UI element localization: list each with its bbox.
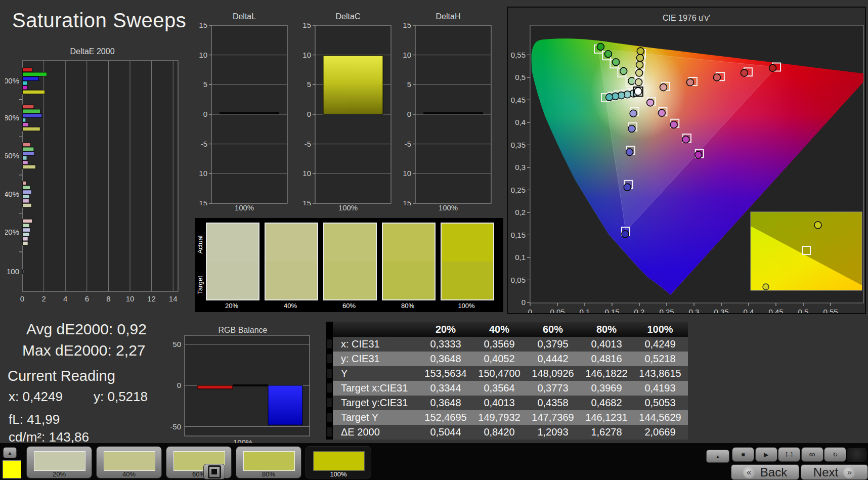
- deltae-group-label: 60%: [5, 151, 19, 160]
- deltae-group-label: 80%: [5, 113, 19, 122]
- cie-xtick-label: 0,4: [744, 308, 754, 313]
- cie-whitepoint-measured: [634, 88, 642, 95]
- patch-color-chip: [243, 451, 295, 471]
- table-gutter-cell: [326, 396, 333, 410]
- current-fl-value: fL: 41,99: [9, 412, 60, 427]
- cie-ytick-label: 0: [522, 298, 526, 307]
- table-header-empty: [333, 322, 419, 337]
- loop-button[interactable]: ∞: [801, 447, 823, 462]
- up-arrow-icon: ▲: [715, 454, 720, 459]
- swatch-target-color: [442, 261, 493, 299]
- swatch-80%: [382, 223, 436, 300]
- current-patch-color-indicator: [3, 460, 21, 478]
- table-gutter-cell: [326, 322, 333, 337]
- patch-button-label: 40%: [97, 470, 161, 478]
- table-row-label: x: CIE31: [333, 337, 419, 352]
- stop-pattern-button[interactable]: [203, 464, 225, 479]
- cie-inset-secondary-point: [763, 284, 769, 290]
- table-row-label: y: CIE31: [333, 352, 419, 366]
- table-gutter-cell: [326, 366, 333, 381]
- table-gutter-mark: [327, 369, 332, 378]
- swatch-label: 60%: [322, 302, 376, 310]
- table-gutter-mark: [327, 354, 332, 363]
- delta-zero-bar: [423, 112, 483, 114]
- swatch-actual-color: [324, 224, 376, 261]
- deltae-bar-green: [23, 109, 40, 113]
- calibration-app-window: Saturation Sweeps DeltaE 2000 0246810121…: [0, 0, 868, 480]
- table-value-cell: 0,4442: [526, 352, 580, 366]
- table-row: Target Y152,4695149,7932147,7369146,1231…: [326, 410, 688, 425]
- deltae-plot-area: [22, 61, 178, 291]
- cie-measured-point-green: [613, 59, 620, 66]
- back-button-label: Back: [760, 465, 787, 479]
- up-arrow-icon: ▲: [8, 450, 13, 456]
- table-value-cell: 144,5629: [633, 410, 687, 425]
- cie-xtick-label: 0,25: [659, 308, 674, 313]
- cie-chart-title: CIE 1976 u'v': [508, 14, 865, 23]
- patch-button-80%[interactable]: 80%: [236, 446, 301, 478]
- cie-measured-point-blue: [626, 149, 633, 156]
- deltae-bar-magenta: [23, 160, 28, 164]
- patch-button-40%[interactable]: 40%: [96, 446, 162, 478]
- patch-button-100%[interactable]: 100%: [306, 446, 371, 478]
- table-value-cell: 0,4682: [580, 396, 633, 410]
- table-row-label: Target y:CIE31: [333, 396, 419, 410]
- patch-color-chip: [313, 451, 365, 471]
- table-gutter-cell: [326, 381, 333, 396]
- delta-ytick-label: 5: [407, 80, 411, 89]
- current-x-value: x: 0,4249: [9, 389, 63, 405]
- table-value-cell: 153,5634: [419, 366, 472, 381]
- cie-ytick-label: 0,1: [515, 253, 526, 261]
- rgb-ytick-label: -50: [170, 422, 181, 431]
- table-value-cell: 148,0926: [526, 366, 580, 381]
- deltae-bar-blue: [23, 114, 42, 118]
- delta-ytick-label: 0: [407, 110, 411, 118]
- patch-button-label: 100%: [306, 470, 371, 478]
- deltae-group-label: 40%: [5, 190, 19, 198]
- swatch-label: 80%: [381, 302, 435, 310]
- cie-ytick-label: 0,4: [515, 118, 526, 126]
- patch-button-20%[interactable]: 20%: [26, 446, 92, 478]
- cie-measured-point-cyan: [606, 94, 613, 101]
- actual-row-label: Actual: [195, 224, 205, 265]
- deltae-bar-cyan: [23, 156, 27, 160]
- stop-icon: ■: [741, 451, 745, 458]
- deltae-xtick-label: 2: [41, 294, 46, 303]
- refresh-button[interactable]: ↻: [824, 447, 846, 462]
- stop-button[interactable]: ■: [732, 447, 754, 462]
- current-y-value: y: 0,5218: [94, 389, 148, 405]
- swatch-target-color: [324, 261, 376, 299]
- transport-scroll-up-button[interactable]: ▲: [706, 450, 729, 463]
- next-button-label: Next: [813, 465, 838, 479]
- table-row-label: Target x:CIE31: [333, 381, 419, 396]
- patch-color-chip: [104, 451, 155, 471]
- cie-measured-point-magenta: [647, 99, 654, 106]
- deltae-group-label: 100: [7, 267, 19, 276]
- table-value-cell: 0,3648: [419, 396, 472, 410]
- table-value-cell: 149,7932: [472, 410, 526, 425]
- back-button[interactable]: « Back: [731, 464, 799, 480]
- target-row-label: Target: [195, 265, 205, 305]
- cie-xtick-label: 0,05: [550, 308, 565, 313]
- table-row: Target y:CIE310,36480,40130,43580,46820,…: [326, 396, 688, 410]
- cie-measured-point-blue: [630, 110, 637, 117]
- table-header-cell: 60%: [526, 322, 580, 337]
- deltae-bar-blue: [23, 190, 32, 194]
- pattern-button[interactable]: [‥]: [778, 447, 800, 462]
- rgb-balance-chart: 500-50: [169, 328, 316, 440]
- cie-xtick-label: 0,15: [604, 308, 619, 313]
- next-button[interactable]: Next »: [801, 464, 868, 480]
- cie-xtick-label: 0,45: [768, 308, 783, 313]
- swatch-label: 40%: [264, 302, 317, 310]
- cie-diagram-panel: CIE 1976 u'v' 00,050,10,150,20,250,30,35…: [507, 7, 866, 314]
- table-row-label: Target Y: [333, 410, 419, 425]
- table-header-cell: 100%: [633, 322, 687, 337]
- play-button[interactable]: ▶: [755, 447, 777, 462]
- deltal-xaxis-label: 100%: [199, 203, 290, 212]
- delta-ytick-label: -10: [199, 169, 207, 178]
- deltae-bar-cyan: [23, 118, 26, 122]
- table-value-cell: 0,3648: [419, 352, 472, 366]
- patch-scroll-up-button[interactable]: ▲: [3, 447, 17, 458]
- cie-measured-point-green: [604, 51, 612, 58]
- table-gutter-mark: [327, 398, 332, 407]
